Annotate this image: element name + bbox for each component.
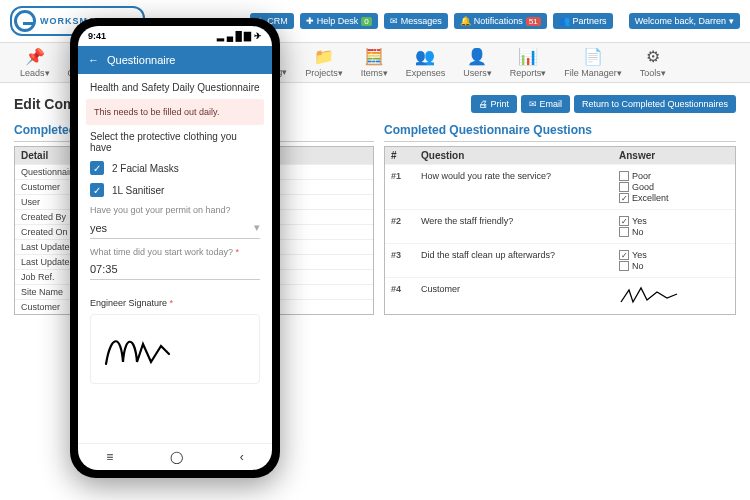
phone-mockup: 9:41▂ ▄ █ ▇ ✈ ← Questionnaire Health and… — [70, 18, 280, 478]
question-row: #4Customer — [385, 277, 735, 314]
phone-question-permit: Have you got your permit on hand? — [90, 205, 260, 215]
phone-checkbox-masks[interactable]: ✓2 Facial Masks — [90, 161, 260, 175]
phone-question-time: What time did you start work today? * — [90, 247, 260, 257]
question-row: #2Were the staff friendly?✓YesNo — [385, 209, 735, 243]
phone-subtitle: Health and Safety Daily Questionnaire — [90, 82, 260, 93]
email-button[interactable]: ✉ Email — [521, 95, 570, 113]
return-button[interactable]: Return to Completed Questionnaires — [574, 95, 736, 113]
messages-button[interactable]: ✉ Messages — [384, 13, 448, 29]
nav-item[interactable]: 👤Users▾ — [463, 47, 492, 78]
nav-icon: 📊 — [518, 47, 538, 66]
answer-option: No — [619, 261, 729, 271]
answer-option: ✓Excellent — [619, 193, 729, 203]
phone-nav-back[interactable]: ‹ — [240, 450, 244, 464]
nav-icon: ⚙ — [646, 47, 660, 66]
question-row: #3Did the staff clean up afterwards?✓Yes… — [385, 243, 735, 277]
phone-notice: This needs to be filled out daily. — [86, 99, 264, 125]
signature-icon — [101, 324, 191, 374]
nav-item[interactable]: 🧮Items▾ — [361, 47, 388, 78]
nav-icon: 👤 — [467, 47, 487, 66]
answer-option: Poor — [619, 171, 729, 181]
back-icon[interactable]: ← — [88, 54, 99, 66]
answer-option: Good — [619, 182, 729, 192]
nav-item[interactable]: 📄File Manager▾ — [564, 47, 622, 78]
print-button[interactable]: 🖨 Print — [471, 95, 517, 113]
nav-item[interactable]: 👥Expenses — [406, 47, 446, 78]
phone-nav-home[interactable]: ◯ — [170, 450, 183, 464]
phone-nav: ≡ ◯ ‹ — [78, 443, 272, 470]
phone-time-input[interactable]: 07:35 — [90, 259, 260, 280]
nav-item[interactable]: 📁Projects▾ — [305, 47, 343, 78]
phone-question-clothing: Select the protective clothing you have — [90, 131, 260, 153]
questions-section-title: Completed Questionnaire Questions — [384, 119, 736, 142]
nav-item[interactable]: 📊Reports▾ — [510, 47, 547, 78]
logo-icon — [14, 10, 36, 32]
nav-item[interactable]: ⚙Tools▾ — [640, 47, 666, 78]
welcome-menu[interactable]: Welcome back, Darren ▾ — [629, 13, 740, 29]
questions-panel: # Question Answer #1How would you rate t… — [384, 146, 736, 315]
phone-signature-pad[interactable] — [90, 314, 260, 384]
nav-icon: 🧮 — [364, 47, 384, 66]
phone-permit-select[interactable]: yes▾ — [90, 217, 260, 239]
answer-option: No — [619, 227, 729, 237]
phone-app-header: ← Questionnaire — [78, 46, 272, 74]
question-row: #1How would you rate the service?PoorGoo… — [385, 164, 735, 209]
nav-icon: 📌 — [25, 47, 45, 66]
phone-sig-label: Engineer Signature * — [90, 298, 260, 308]
answer-option: ✓Yes — [619, 216, 729, 226]
nav-icon: 📄 — [583, 47, 603, 66]
partners-button[interactable]: 👥 Partners — [553, 13, 613, 29]
phone-checkbox-sanitiser[interactable]: ✓1L Sanitiser — [90, 183, 260, 197]
signature-icon — [619, 284, 679, 308]
helpdesk-button[interactable]: ✚ Help Desk 0 — [300, 13, 378, 29]
answer-option: ✓Yes — [619, 250, 729, 260]
phone-statusbar: 9:41▂ ▄ █ ▇ ✈ — [78, 26, 272, 46]
phone-nav-recent[interactable]: ≡ — [106, 450, 113, 464]
nav-icon: 👥 — [415, 47, 435, 66]
notifications-button[interactable]: 🔔 Notifications 51 — [454, 13, 547, 29]
nav-icon: 📁 — [314, 47, 334, 66]
chevron-down-icon: ▾ — [254, 221, 260, 234]
nav-item[interactable]: 📌Leads▾ — [20, 47, 50, 78]
